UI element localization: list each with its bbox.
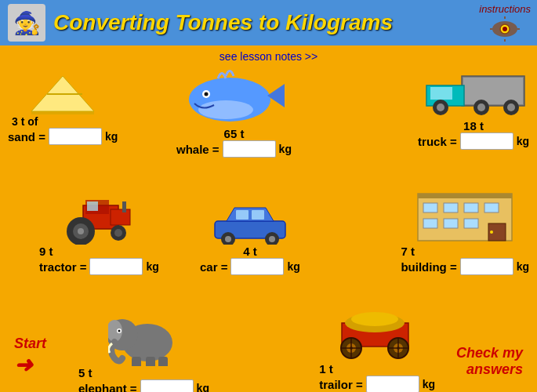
svg-point-58 xyxy=(118,330,121,332)
sand-input[interactable] xyxy=(49,128,102,145)
svg-rect-59 xyxy=(132,357,141,366)
truck-kg: kg xyxy=(517,135,529,147)
sand-label: sand = xyxy=(8,130,45,143)
svg-point-12 xyxy=(198,100,253,119)
car-label: car = xyxy=(200,260,227,274)
svg-rect-8 xyxy=(31,111,94,114)
car-kg: kg xyxy=(287,260,299,273)
tractor-row: tractor = kg xyxy=(39,258,159,275)
svg-point-34 xyxy=(114,229,122,237)
svg-rect-18 xyxy=(430,87,452,100)
sand-kg: kg xyxy=(105,130,118,143)
trailor-input[interactable] xyxy=(366,376,419,392)
building-group: 7 t building = kg xyxy=(401,186,529,275)
trailor-tonnes-label: 1 t xyxy=(319,362,333,376)
car-group: 4 t car = kg xyxy=(200,201,300,275)
car-row: car = kg xyxy=(200,258,300,275)
svg-point-64 xyxy=(351,312,398,326)
trailor-kg: kg xyxy=(423,378,435,390)
tractor-illustration xyxy=(63,194,134,245)
start-button[interactable]: Start ➜ xyxy=(14,336,46,378)
building-kg: kg xyxy=(517,260,529,273)
car-illustration xyxy=(211,201,289,245)
whale-label: whale = xyxy=(176,143,220,156)
instructions-icon[interactable] xyxy=(489,15,521,43)
check-answers-button[interactable]: Check myanswers xyxy=(456,345,523,378)
sand-tonnes-label: 3 t of xyxy=(12,115,38,128)
svg-point-22 xyxy=(477,103,485,111)
elephant-illustration xyxy=(108,307,179,366)
tractor-group: 9 t tractor = kg xyxy=(39,194,159,275)
whale-input[interactable] xyxy=(223,140,276,158)
truck-input[interactable] xyxy=(460,132,513,150)
lesson-notes-link[interactable]: see lesson notes >> xyxy=(0,45,537,64)
truck-group: 18 t truck = kg xyxy=(418,68,529,150)
svg-rect-48 xyxy=(484,203,499,212)
elephant-label: elephant = xyxy=(78,382,137,393)
header: 🧙 Converting Tonnes to Kilograms instruc… xyxy=(0,0,537,45)
svg-rect-26 xyxy=(111,209,130,225)
elephant-row: elephant = kg xyxy=(78,379,209,392)
trailor-row: trailor = kg xyxy=(319,376,435,392)
sand-illustration xyxy=(27,72,98,115)
start-arrow-icon: ➜ xyxy=(14,352,32,378)
svg-rect-50 xyxy=(444,219,458,228)
trailor-illustration xyxy=(334,303,420,362)
truck-illustration xyxy=(419,68,528,119)
building-illustration xyxy=(414,186,516,245)
building-tonnes-label: 7 t xyxy=(401,245,415,258)
svg-rect-46 xyxy=(444,203,458,212)
truck-label: truck = xyxy=(418,135,457,148)
svg-point-20 xyxy=(437,103,444,111)
elephant-kg: kg xyxy=(197,382,209,392)
svg-rect-47 xyxy=(464,203,478,212)
whale-illustration xyxy=(183,64,285,127)
page-title: Converting Tonnes to Kilograms xyxy=(53,10,393,35)
start-label: Start xyxy=(14,336,46,352)
svg-rect-44 xyxy=(418,194,512,198)
svg-point-24 xyxy=(507,103,515,111)
instructions-area: instructions xyxy=(479,3,531,43)
instructions-link[interactable]: instructions xyxy=(479,3,531,15)
building-input[interactable] xyxy=(460,258,513,275)
svg-point-42 xyxy=(269,236,275,242)
svg-point-40 xyxy=(225,236,231,242)
main-content: 3 t of sand = kg 65 t whale = xyxy=(0,64,537,392)
svg-marker-11 xyxy=(267,84,285,107)
svg-rect-51 xyxy=(464,219,478,228)
tractor-input[interactable] xyxy=(89,258,143,275)
svg-point-2 xyxy=(503,27,507,31)
trailor-label: trailor = xyxy=(319,378,362,391)
elephant-tonnes-label: 5 t xyxy=(78,366,93,379)
whale-row: whale = kg xyxy=(176,140,292,158)
tractor-label: tractor = xyxy=(39,260,86,274)
car-tonnes-label: 4 t xyxy=(243,245,257,258)
sand-row: sand = kg xyxy=(8,128,118,145)
svg-rect-45 xyxy=(423,203,437,212)
wizard-avatar: 🧙 xyxy=(8,4,45,42)
svg-rect-60 xyxy=(146,357,155,366)
trailor-group: 1 t trailor = kg xyxy=(319,303,435,392)
sand-group: 3 t of sand = kg xyxy=(8,72,118,145)
building-row: building = kg xyxy=(401,258,529,275)
svg-marker-36 xyxy=(227,208,274,221)
elephant-group: 5 t elephant = kg xyxy=(78,307,209,392)
truck-tonnes-label: 18 t xyxy=(463,119,484,132)
car-input[interactable] xyxy=(230,258,284,275)
tractor-tonnes-label: 9 t xyxy=(39,245,53,258)
svg-rect-27 xyxy=(122,201,126,212)
whale-tonnes-label: 65 t xyxy=(224,127,245,140)
truck-row: truck = kg xyxy=(418,132,529,150)
svg-rect-38 xyxy=(252,210,264,220)
check-label: Check myanswers xyxy=(456,345,523,377)
svg-rect-49 xyxy=(423,219,437,228)
building-label: building = xyxy=(401,260,456,274)
elephant-input[interactable] xyxy=(140,379,194,392)
svg-rect-61 xyxy=(158,357,168,366)
whale-group: 65 t whale = kg xyxy=(176,64,292,158)
svg-point-32 xyxy=(78,228,84,234)
tractor-kg: kg xyxy=(146,260,158,273)
svg-point-53 xyxy=(490,230,493,234)
whale-kg: kg xyxy=(279,143,292,155)
svg-point-14 xyxy=(205,93,209,96)
